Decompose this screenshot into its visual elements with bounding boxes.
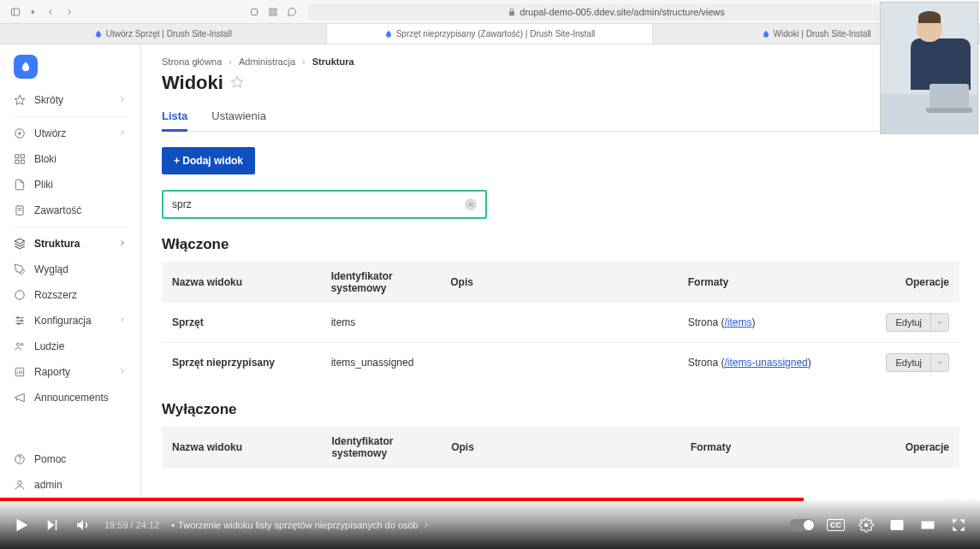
sidebar-item-label: Wygląd bbox=[34, 263, 68, 275]
play-icon[interactable] bbox=[12, 516, 31, 534]
sidebar-item-announcements[interactable]: Announcements bbox=[0, 385, 140, 410]
col-ops: Operacje bbox=[880, 427, 959, 468]
video-player-bar: 19:59 / 24:12 • Tworzenie widoku listy s… bbox=[0, 498, 980, 549]
sidebar-toggle-icon[interactable] bbox=[7, 3, 24, 21]
volume-icon[interactable] bbox=[74, 516, 92, 534]
sidebar-item-label: Pomoc bbox=[34, 453, 66, 465]
view-name: Sprzęt bbox=[162, 303, 321, 343]
col-formats: Formaty bbox=[678, 262, 876, 303]
sidebar-item-label: Struktura bbox=[34, 238, 80, 250]
sidebar-item-config[interactable]: Konfiguracja bbox=[0, 308, 140, 334]
format-link[interactable]: /items-unassigned bbox=[724, 357, 807, 369]
sidebar-item-appearance[interactable]: Wygląd bbox=[0, 257, 140, 282]
chevron-right-icon bbox=[118, 366, 127, 378]
doc-icon bbox=[14, 204, 26, 216]
enabled-table: Nazwa widoku Identyfikator systemowy Opi… bbox=[162, 262, 959, 382]
forward-icon[interactable] bbox=[61, 3, 78, 21]
chevron-down-icon[interactable] bbox=[930, 354, 948, 371]
autoplay-toggle[interactable] bbox=[789, 519, 815, 531]
format-link[interactable]: /items bbox=[724, 316, 751, 328]
sliders-icon bbox=[14, 315, 26, 327]
url-bar[interactable]: drupal-demo-005.ddev.site/admin/structur… bbox=[307, 3, 925, 21]
svg-marker-36 bbox=[231, 76, 242, 87]
grid-icon[interactable] bbox=[264, 3, 282, 21]
fullscreen-icon[interactable] bbox=[949, 516, 968, 534]
sidebar-item-extend[interactable]: Rozszerz bbox=[0, 282, 140, 308]
sidebar-item-files[interactable]: Pliki bbox=[0, 172, 140, 198]
chevron-right-icon bbox=[118, 315, 127, 327]
sidebar-item-people[interactable]: Ludzie bbox=[0, 334, 140, 359]
svg-rect-5 bbox=[270, 13, 272, 15]
col-name: Nazwa widoku bbox=[162, 262, 321, 303]
add-view-button[interactable]: + Dodaj widok bbox=[162, 147, 255, 174]
captions-icon[interactable]: CC bbox=[827, 519, 845, 531]
chevron-down-icon[interactable] bbox=[930, 314, 948, 331]
tab-settings[interactable]: Ustawienia bbox=[211, 103, 266, 131]
svg-rect-45 bbox=[897, 525, 901, 528]
sidebar-item-content[interactable]: Zawartość bbox=[0, 198, 140, 223]
col-desc: Opis bbox=[441, 427, 680, 468]
clear-filter-icon[interactable]: ✕ bbox=[465, 198, 477, 210]
shield-icon[interactable] bbox=[246, 3, 263, 21]
edit-button[interactable]: Edytuj bbox=[886, 353, 949, 372]
enabled-heading: Włączone bbox=[162, 236, 959, 253]
miniplayer-icon[interactable] bbox=[888, 516, 906, 534]
col-ops: Operacje bbox=[876, 262, 959, 303]
user-icon bbox=[14, 479, 26, 491]
chapter-title[interactable]: • Tworzenie widoku listy sprzętów nieprz… bbox=[171, 520, 431, 530]
next-icon[interactable] bbox=[43, 516, 62, 534]
played-bar bbox=[0, 498, 804, 501]
breadcrumb-link[interactable]: Strona główna bbox=[162, 56, 222, 67]
plus-circle-icon bbox=[14, 127, 26, 139]
breadcrumb-current: Struktura bbox=[312, 56, 354, 67]
report-icon bbox=[14, 366, 26, 378]
col-id: Identyfikator systemowy bbox=[321, 427, 441, 468]
view-format: Strona (/items-unassigned) bbox=[678, 343, 876, 383]
svg-point-35 bbox=[18, 481, 22, 485]
disabled-heading: Wyłączone bbox=[162, 401, 959, 418]
sidebar-item-label: Bloki bbox=[34, 153, 56, 165]
sidebar-item-admin[interactable]: admin bbox=[0, 472, 140, 498]
settings-gear-icon[interactable] bbox=[857, 516, 876, 534]
sidebar-item-blocks[interactable]: Bloki bbox=[0, 146, 140, 172]
back-icon[interactable] bbox=[42, 3, 59, 21]
browser-tab-0[interactable]: Utwórz Sprzęt | Drush Site-Install bbox=[0, 24, 327, 44]
col-formats: Formaty bbox=[680, 427, 880, 468]
grid-icon bbox=[14, 153, 26, 165]
browser-tab-1[interactable]: Sprzęt nieprzypisany (Zawartość) | Drush… bbox=[327, 24, 654, 44]
svg-rect-46 bbox=[922, 522, 934, 528]
dropdown-caret-icon[interactable]: ▾ bbox=[31, 8, 35, 16]
breadcrumb-link[interactable]: Administracja bbox=[239, 56, 295, 67]
admin-sidebar: Skróty Utwórz Bloki Pliki Zawartość Stru… bbox=[0, 44, 141, 498]
edit-button[interactable]: Edytuj bbox=[886, 313, 949, 332]
filter-box[interactable]: ✕ bbox=[162, 190, 487, 219]
sidebar-item-shortcuts[interactable]: Skróty bbox=[0, 87, 140, 113]
svg-rect-12 bbox=[15, 155, 19, 158]
sidebar-item-label: admin bbox=[34, 479, 62, 491]
progress-bar[interactable] bbox=[0, 498, 980, 501]
sidebar-item-structure[interactable]: Struktura bbox=[0, 231, 140, 257]
chat-icon[interactable] bbox=[283, 3, 300, 21]
theater-icon[interactable] bbox=[918, 516, 937, 534]
svg-rect-14 bbox=[15, 160, 19, 163]
help-icon bbox=[14, 453, 26, 465]
megaphone-icon bbox=[14, 392, 26, 404]
drupal-logo-icon[interactable] bbox=[14, 55, 38, 79]
sidebar-item-label: Ludzie bbox=[34, 340, 64, 352]
content-tabs: Lista Ustawienia bbox=[162, 103, 959, 132]
svg-marker-19 bbox=[15, 239, 25, 244]
table-row: Sprzęt nieprzypisany items_unassigned St… bbox=[162, 343, 959, 383]
svg-marker-8 bbox=[15, 95, 25, 104]
tab-list[interactable]: Lista bbox=[162, 103, 187, 132]
svg-marker-39 bbox=[17, 519, 28, 532]
sidebar-item-reports[interactable]: Raporty bbox=[0, 359, 140, 385]
sidebar-item-create[interactable]: Utwórz bbox=[0, 121, 140, 146]
filter-input[interactable] bbox=[172, 198, 465, 210]
sidebar-item-help[interactable]: Pomoc bbox=[0, 446, 140, 472]
page-title: Widoki bbox=[162, 72, 959, 94]
layers-icon bbox=[14, 238, 26, 250]
sidebar-item-label: Raporty bbox=[34, 366, 70, 378]
svg-point-20 bbox=[15, 291, 25, 300]
view-format: Strona (/items) bbox=[678, 303, 876, 343]
favorite-star-icon[interactable] bbox=[230, 72, 244, 94]
